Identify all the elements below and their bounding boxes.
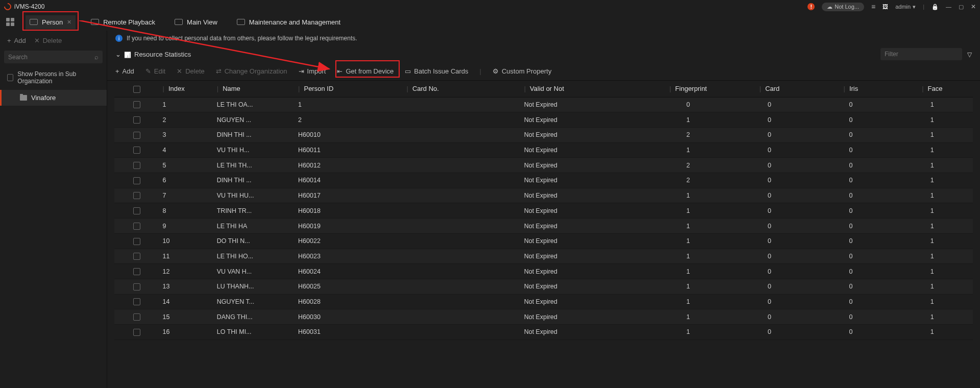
cell-card-no (404, 264, 521, 279)
change-org-button[interactable]: ⇄ Change Organization (216, 67, 287, 75)
cell-index: 11 (160, 249, 214, 264)
table-row[interactable]: 6DINH THI ...H60014Not Expired2001 (114, 173, 973, 188)
user-menu[interactable]: admin ▾ (895, 4, 916, 10)
batch-issue-button[interactable]: ▭ Batch Issue Cards (405, 67, 468, 75)
cell-valid: Not Expired (521, 142, 648, 158)
cell-face: 1 (892, 188, 973, 203)
row-checkbox[interactable] (133, 101, 140, 108)
maintenance-tab-icon (237, 19, 245, 25)
table-row[interactable]: 5LE THI TH...H60012Not Expired2001 (114, 158, 973, 173)
cell-iris: 0 (810, 203, 891, 219)
table-row[interactable]: 15DANG THI...H60030Not Expired1001 (114, 309, 973, 325)
show-subs-checkbox[interactable]: Show Persons in Sub Organization (0, 65, 107, 90)
window-close-button[interactable] (971, 3, 976, 10)
table-row[interactable]: 11LE THI HO...H60023Not Expired1001 (114, 249, 973, 264)
table-row[interactable]: 2NGUYEN ...2Not Expired1001 (114, 112, 973, 128)
filter-icon[interactable] (967, 51, 972, 58)
table-row[interactable]: 4VU THI H...H60011Not Expired1001 (114, 142, 973, 158)
edit-button[interactable]: ✎ Edit (145, 67, 165, 75)
cell-card: 0 (729, 309, 810, 325)
filter-input[interactable] (885, 51, 961, 58)
table-row[interactable]: 9LE THI HAH60019Not Expired1001 (114, 219, 973, 234)
cell-index: 15 (160, 309, 214, 325)
custom-property-button[interactable]: ⚙ Custom Property (493, 67, 552, 75)
tab-label: Person (42, 18, 63, 26)
cell-face: 1 (892, 203, 973, 219)
get-from-device-button[interactable]: ⇤ Get from Device (337, 67, 394, 75)
lock-icon[interactable] (932, 4, 939, 10)
table-row[interactable]: 1LE THI OA...1Not Expired0001 (114, 97, 973, 112)
row-checkbox[interactable] (133, 162, 140, 169)
row-checkbox[interactable] (133, 116, 140, 124)
cell-card-no (404, 219, 521, 234)
row-checkbox[interactable] (133, 268, 140, 275)
picture-icon[interactable] (883, 4, 888, 10)
row-checkbox[interactable] (133, 177, 140, 184)
tbtn-label: Batch Issue Cards (414, 67, 468, 75)
org-search-input[interactable] (8, 54, 94, 61)
row-checkbox[interactable] (133, 192, 140, 199)
window-maximize-button[interactable] (959, 4, 964, 10)
tab-main-view[interactable]: Main View (170, 15, 222, 29)
cell-card-no (404, 249, 521, 264)
mainview-tab-icon (175, 19, 183, 25)
row-checkbox[interactable] (133, 298, 140, 305)
legal-notice: i If you need to collect personal data f… (107, 31, 980, 46)
table-row[interactable]: 13LU THANH...H60025Not Expired1001 (114, 279, 973, 295)
filter-wrap (880, 48, 962, 60)
resource-statistics-toggle[interactable]: ⌄ Resource Statistics (115, 51, 191, 58)
tab-maintenance[interactable]: Maintenance and Management (233, 15, 345, 29)
table-row[interactable]: 10DO THI N...H60022Not Expired1001 (114, 233, 973, 249)
org-add-button[interactable]: + Add (7, 37, 26, 44)
toolbar: + Add ✎ Edit ✕ Delete ⇄ Change Organizat… (107, 62, 980, 81)
table-row[interactable]: 16LO THI MI...H60031Not Expired1001 (114, 325, 973, 340)
table-row[interactable]: 14NGUYEN T...H60028Not Expired1001 (114, 294, 973, 309)
org-tree-item[interactable]: Vinafore (0, 90, 107, 106)
table-row[interactable]: 8TRINH TR...H60018Not Expired1001 (114, 203, 973, 219)
add-button[interactable]: + Add (115, 67, 134, 75)
col-card: |Card (729, 81, 810, 97)
search-icon[interactable]: ⌕ (94, 53, 99, 61)
row-checkbox[interactable] (133, 223, 140, 230)
close-icon[interactable]: ✕ (67, 19, 71, 26)
org-delete-button[interactable]: ✕ Delete (34, 37, 62, 44)
cell-card-no (404, 97, 521, 112)
cell-index: 16 (160, 325, 214, 340)
row-checkbox[interactable] (133, 207, 140, 214)
window-minimize-button[interactable] (946, 4, 951, 10)
delete-button[interactable]: ✕ Delete (177, 67, 205, 75)
menu-list-icon[interactable] (871, 3, 875, 11)
cell-fingerprint: 1 (648, 249, 729, 264)
col-index: |Index (160, 81, 214, 97)
cell-valid: Not Expired (521, 188, 648, 203)
cloud-login-button[interactable]: ☁ Not Log... (822, 3, 864, 11)
row-checkbox[interactable] (133, 238, 140, 245)
app-grid-icon[interactable] (6, 18, 14, 26)
table-row[interactable]: 3DINH THI ...H60010Not Expired2001 (114, 127, 973, 142)
row-checkbox[interactable] (133, 313, 140, 321)
table-row[interactable]: 12VU VAN H...H60024Not Expired1001 (114, 264, 973, 279)
cell-card-no (404, 203, 521, 219)
row-checkbox[interactable] (133, 132, 140, 139)
org-name-label: Vinafore (31, 94, 56, 102)
cell-face: 1 (892, 219, 973, 234)
cell-face: 1 (892, 127, 973, 142)
cell-iris: 0 (810, 188, 891, 203)
table-row[interactable]: 7VU THI HU...H60017Not Expired1001 (114, 188, 973, 203)
cell-fingerprint: 1 (648, 264, 729, 279)
tbtn-label: Edit (154, 67, 165, 75)
import-button[interactable]: ⇥ Import (299, 67, 326, 75)
row-checkbox[interactable] (133, 147, 140, 154)
person-table-wrap[interactable]: |Index |Name |Person ID |Card No. |Valid… (114, 81, 973, 384)
alert-icon[interactable]: ! (807, 3, 815, 10)
app-logo-icon (3, 2, 13, 12)
col-face: |Face (892, 81, 973, 97)
select-all-checkbox[interactable] (133, 86, 140, 93)
row-checkbox[interactable] (133, 329, 140, 336)
cell-card-no (404, 233, 521, 249)
row-checkbox[interactable] (133, 253, 140, 260)
tab-person[interactable]: Person ✕ (26, 15, 76, 29)
cell-card: 0 (729, 188, 810, 203)
tab-remote-playback[interactable]: Remote Playback (87, 15, 159, 29)
row-checkbox[interactable] (133, 283, 140, 290)
